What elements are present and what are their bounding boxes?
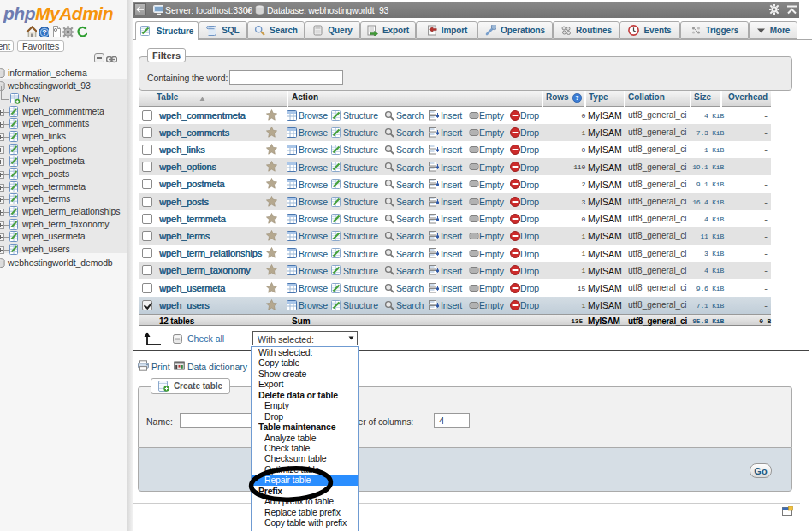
svg-text:?: ? bbox=[575, 94, 579, 102]
svg-text:?: ? bbox=[42, 28, 47, 37]
